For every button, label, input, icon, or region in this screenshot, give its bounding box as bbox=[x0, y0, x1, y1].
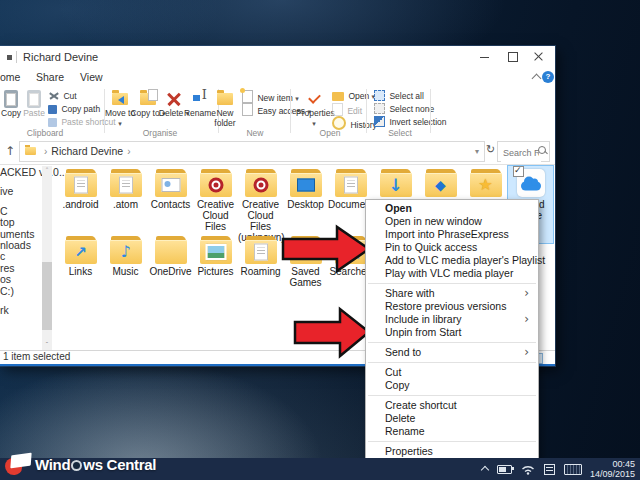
select-all-button[interactable]: Select all bbox=[374, 90, 424, 102]
folder-icon bbox=[468, 168, 504, 198]
file-item[interactable]: Links bbox=[58, 233, 103, 291]
ribbon-separator bbox=[366, 89, 367, 133]
file-label: Creative Cloud Files bbox=[193, 199, 238, 232]
selected-checkbox-icon[interactable] bbox=[513, 166, 524, 177]
context-menu-item[interactable]: Open bbox=[366, 202, 538, 215]
folder-emblem-icon bbox=[120, 244, 130, 260]
invert-selection-button[interactable]: Invert selection bbox=[374, 116, 447, 128]
search-icon bbox=[538, 146, 546, 154]
context-menu-item[interactable]: Share with bbox=[366, 287, 538, 300]
context-menu-item[interactable]: Copy bbox=[366, 379, 538, 392]
copy-path-button[interactable]: Copy path bbox=[48, 103, 100, 115]
search-input[interactable] bbox=[501, 145, 541, 162]
taskbar-clock[interactable]: 00:45 14/09/2015 bbox=[590, 459, 635, 479]
maximize-button[interactable] bbox=[499, 46, 527, 68]
sidebar-item[interactable]: ACKED v2.0.. bbox=[0, 167, 42, 178]
context-menu-item[interactable]: Import into PhraseExpress bbox=[366, 228, 538, 241]
context-menu-item[interactable]: Add to VLC media player's Playlist bbox=[366, 254, 538, 267]
new-folder-button[interactable]: New folder bbox=[207, 88, 243, 128]
close-button[interactable] bbox=[525, 46, 553, 68]
sidebar-item[interactable]: nloads bbox=[0, 240, 42, 251]
folder-emblem-icon bbox=[254, 243, 268, 260]
battery-icon[interactable] bbox=[497, 465, 512, 474]
title-bar[interactable]: Richard Devine bbox=[0, 46, 555, 68]
file-item[interactable]: OneDrive bbox=[148, 233, 193, 291]
rename-icon bbox=[193, 92, 207, 106]
open-button[interactable]: Open bbox=[332, 90, 375, 102]
help-button[interactable]: ? bbox=[542, 71, 554, 83]
folder-emblem-icon bbox=[253, 177, 268, 192]
minimize-button[interactable] bbox=[471, 46, 499, 68]
folder-emblem-icon bbox=[74, 244, 87, 260]
context-menu-item[interactable]: Send to bbox=[366, 346, 538, 359]
file-item[interactable]: .android bbox=[58, 166, 103, 243]
file-item[interactable]: Contacts bbox=[148, 166, 193, 243]
refresh-icon[interactable]: ↻ bbox=[486, 143, 495, 156]
folder-icon bbox=[333, 168, 369, 198]
address-bar[interactable]: ›Richard Devine› ▾ bbox=[19, 141, 485, 162]
select-none-button[interactable]: Select none bbox=[374, 103, 434, 115]
tab-view[interactable]: View bbox=[80, 68, 103, 86]
paste-button[interactable]: Paste bbox=[16, 88, 52, 119]
file-item[interactable]: .atom bbox=[103, 166, 148, 243]
file-grid-row2: Links Music OneDrive Pictures bbox=[58, 233, 373, 291]
up-button[interactable]: ↑ bbox=[3, 143, 17, 159]
scrollbar-thumb[interactable] bbox=[42, 262, 52, 330]
address-dropdown-icon[interactable]: ▾ bbox=[475, 142, 479, 161]
folder-icon bbox=[243, 168, 279, 198]
history-button[interactable]: History bbox=[332, 116, 377, 128]
file-item[interactable]: Pictures bbox=[193, 233, 238, 291]
notification-icon[interactable] bbox=[544, 464, 555, 475]
context-menu-item[interactable]: Rename bbox=[366, 425, 538, 438]
select-none-icon bbox=[374, 103, 385, 114]
file-item[interactable]: Roaming bbox=[238, 233, 283, 291]
context-menu-item[interactable]: Pin to Quick access bbox=[366, 241, 538, 254]
group-label-organise: Organise bbox=[120, 128, 200, 138]
watermark-text: Windws Central bbox=[35, 456, 156, 473]
file-item[interactable]: Music bbox=[103, 233, 148, 291]
context-menu-item[interactable] bbox=[366, 339, 538, 346]
context-menu-item[interactable] bbox=[366, 392, 538, 399]
context-menu-item[interactable] bbox=[366, 359, 538, 366]
scroll-up-icon[interactable]: ˆ bbox=[42, 166, 52, 176]
context-menu-item[interactable] bbox=[366, 280, 538, 287]
breadcrumb-folder-icon bbox=[25, 147, 36, 155]
context-menu-item[interactable]: Cut bbox=[366, 366, 538, 379]
sidebar-scrollbar[interactable]: ˆ ˇ bbox=[42, 166, 52, 350]
scroll-down-icon[interactable]: ˇ bbox=[42, 340, 52, 350]
sidebar-item[interactable]: C:) bbox=[0, 286, 42, 297]
sidebar-item[interactable]: ive bbox=[0, 186, 42, 197]
context-menu-item[interactable]: Delete bbox=[366, 412, 538, 425]
tab-home[interactable]: ome bbox=[0, 68, 20, 86]
window-title: Richard Devine bbox=[23, 51, 98, 63]
folder-emblem-icon bbox=[297, 178, 315, 191]
quick-access-toolbar-icon[interactable] bbox=[7, 55, 12, 60]
tab-share[interactable]: Share bbox=[36, 68, 64, 86]
edit-button[interactable]: Edit bbox=[332, 103, 362, 115]
context-menu-item[interactable]: Unpin from Start bbox=[366, 326, 538, 339]
group-label-open: Open bbox=[290, 128, 370, 138]
properties-button[interactable]: Properties bbox=[296, 88, 332, 128]
folder-emblem-icon bbox=[435, 177, 446, 193]
context-menu-item[interactable]: Restore previous versions bbox=[366, 300, 538, 313]
context-menu-item[interactable]: Open in new window bbox=[366, 215, 538, 228]
folder-emblem-icon bbox=[205, 244, 226, 260]
context-menu-item[interactable]: Properties bbox=[366, 445, 538, 458]
sidebar-item[interactable]: rk bbox=[0, 305, 42, 316]
context-menu-item[interactable]: Create shortcut bbox=[366, 399, 538, 412]
context-menu-item[interactable] bbox=[366, 438, 538, 445]
file-item[interactable]: Creative Cloud Files bbox=[193, 166, 238, 243]
collapse-ribbon-icon[interactable] bbox=[532, 74, 542, 84]
wifi-icon[interactable] bbox=[521, 463, 535, 475]
context-menu-item[interactable]: Play with VLC media player bbox=[366, 267, 538, 280]
file-item[interactable]: Desktop bbox=[283, 166, 328, 243]
windows-central-watermark: Windws Central bbox=[5, 452, 156, 477]
file-item[interactable]: Saved Games bbox=[283, 233, 328, 291]
file-item[interactable]: Creative Cloud Files (unknown) bbox=[238, 166, 283, 243]
touch-keyboard-icon[interactable] bbox=[564, 464, 582, 475]
folder-emblem-icon bbox=[161, 178, 180, 192]
context-menu-item[interactable]: Include in library bbox=[366, 313, 538, 326]
invert-selection-icon bbox=[374, 116, 385, 127]
tray-chevron-icon[interactable] bbox=[481, 466, 489, 474]
cut-button[interactable]: Cut bbox=[48, 90, 77, 102]
